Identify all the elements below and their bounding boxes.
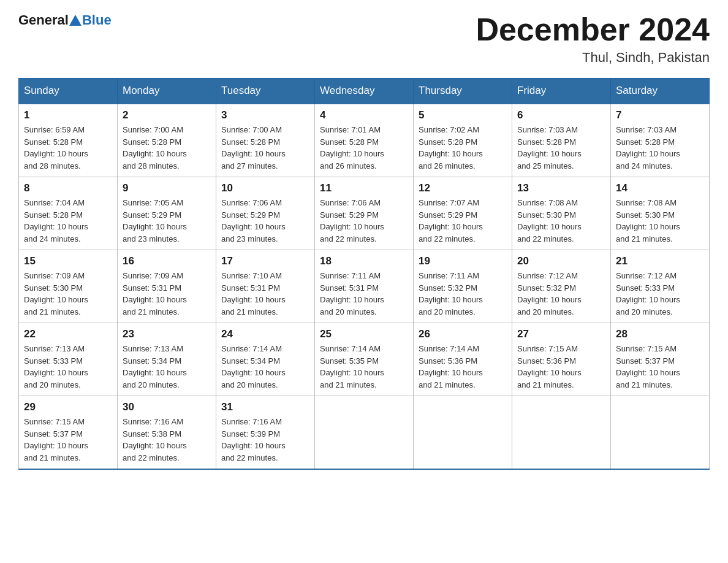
day-info: Sunrise: 7:16 AMSunset: 5:39 PMDaylight:… bbox=[221, 416, 309, 464]
table-row: 21 Sunrise: 7:12 AMSunset: 5:33 PMDaylig… bbox=[611, 250, 710, 323]
day-number: 13 bbox=[517, 182, 605, 194]
table-row: 16 Sunrise: 7:09 AMSunset: 5:31 PMDaylig… bbox=[118, 250, 216, 323]
col-monday: Monday bbox=[118, 79, 216, 104]
table-row: 15 Sunrise: 7:09 AMSunset: 5:30 PMDaylig… bbox=[19, 250, 118, 323]
col-tuesday: Tuesday bbox=[216, 79, 315, 104]
day-number: 6 bbox=[517, 109, 605, 121]
day-info: Sunrise: 7:11 AMSunset: 5:31 PMDaylight:… bbox=[320, 270, 408, 318]
day-info: Sunrise: 7:13 AMSunset: 5:33 PMDaylight:… bbox=[24, 343, 112, 391]
day-number: 11 bbox=[320, 182, 408, 194]
day-info: Sunrise: 7:09 AMSunset: 5:31 PMDaylight:… bbox=[123, 270, 211, 318]
day-info: Sunrise: 7:10 AMSunset: 5:31 PMDaylight:… bbox=[221, 270, 309, 318]
table-row: 30 Sunrise: 7:16 AMSunset: 5:38 PMDaylig… bbox=[118, 396, 216, 470]
day-info: Sunrise: 7:15 AMSunset: 5:36 PMDaylight:… bbox=[517, 343, 605, 391]
table-row: 9 Sunrise: 7:05 AMSunset: 5:29 PMDayligh… bbox=[118, 177, 216, 250]
day-number: 9 bbox=[123, 182, 211, 194]
table-row: 4 Sunrise: 7:01 AMSunset: 5:28 PMDayligh… bbox=[315, 104, 414, 177]
col-friday: Friday bbox=[512, 79, 611, 104]
day-number: 7 bbox=[616, 109, 704, 121]
day-number: 20 bbox=[517, 255, 605, 267]
day-info: Sunrise: 7:13 AMSunset: 5:34 PMDaylight:… bbox=[123, 343, 211, 391]
day-info: Sunrise: 7:03 AMSunset: 5:28 PMDaylight:… bbox=[616, 124, 704, 172]
day-info: Sunrise: 7:14 AMSunset: 5:35 PMDaylight:… bbox=[320, 343, 408, 391]
day-info: Sunrise: 7:09 AMSunset: 5:30 PMDaylight:… bbox=[24, 270, 112, 318]
day-info: Sunrise: 7:15 AMSunset: 5:37 PMDaylight:… bbox=[24, 416, 112, 464]
day-number: 12 bbox=[419, 182, 507, 194]
day-number: 19 bbox=[419, 255, 507, 267]
day-number: 22 bbox=[24, 328, 112, 340]
table-row: 22 Sunrise: 7:13 AMSunset: 5:33 PMDaylig… bbox=[19, 323, 118, 396]
day-info: Sunrise: 7:04 AMSunset: 5:28 PMDaylight:… bbox=[24, 197, 112, 245]
day-number: 14 bbox=[616, 182, 704, 194]
day-info: Sunrise: 7:07 AMSunset: 5:29 PMDaylight:… bbox=[419, 197, 507, 245]
table-row: 19 Sunrise: 7:11 AMSunset: 5:32 PMDaylig… bbox=[414, 250, 512, 323]
day-number: 18 bbox=[320, 255, 408, 267]
table-row: 29 Sunrise: 7:15 AMSunset: 5:37 PMDaylig… bbox=[19, 396, 118, 470]
day-info: Sunrise: 7:14 AMSunset: 5:34 PMDaylight:… bbox=[221, 343, 309, 391]
table-row: 17 Sunrise: 7:10 AMSunset: 5:31 PMDaylig… bbox=[216, 250, 315, 323]
day-number: 10 bbox=[221, 182, 309, 194]
table-row bbox=[315, 396, 414, 470]
day-info: Sunrise: 7:01 AMSunset: 5:28 PMDaylight:… bbox=[320, 124, 408, 172]
table-row: 8 Sunrise: 7:04 AMSunset: 5:28 PMDayligh… bbox=[19, 177, 118, 250]
day-info: Sunrise: 7:00 AMSunset: 5:28 PMDaylight:… bbox=[221, 124, 309, 172]
table-row: 6 Sunrise: 7:03 AMSunset: 5:28 PMDayligh… bbox=[512, 104, 611, 177]
day-info: Sunrise: 7:08 AMSunset: 5:30 PMDaylight:… bbox=[616, 197, 704, 245]
day-info: Sunrise: 7:06 AMSunset: 5:29 PMDaylight:… bbox=[221, 197, 309, 245]
day-number: 1 bbox=[24, 109, 112, 121]
day-number: 26 bbox=[419, 328, 507, 340]
table-row: 5 Sunrise: 7:02 AMSunset: 5:28 PMDayligh… bbox=[414, 104, 512, 177]
table-row: 2 Sunrise: 7:00 AMSunset: 5:28 PMDayligh… bbox=[118, 104, 216, 177]
col-thursday: Thursday bbox=[414, 79, 512, 104]
col-saturday: Saturday bbox=[611, 79, 710, 104]
calendar-week-row: 22 Sunrise: 7:13 AMSunset: 5:33 PMDaylig… bbox=[19, 323, 710, 396]
table-row: 20 Sunrise: 7:12 AMSunset: 5:32 PMDaylig… bbox=[512, 250, 611, 323]
table-row: 31 Sunrise: 7:16 AMSunset: 5:39 PMDaylig… bbox=[216, 396, 315, 470]
month-title: December 2024 bbox=[476, 12, 710, 47]
title-block: December 2024 Thul, Sindh, Pakistan bbox=[476, 12, 710, 66]
page-header: General Blue December 2024 Thul, Sindh, … bbox=[18, 12, 710, 66]
table-row: 10 Sunrise: 7:06 AMSunset: 5:29 PMDaylig… bbox=[216, 177, 315, 250]
day-number: 2 bbox=[123, 109, 211, 121]
logo-triangle-icon bbox=[69, 15, 82, 26]
day-number: 24 bbox=[221, 328, 309, 340]
day-number: 17 bbox=[221, 255, 309, 267]
day-info: Sunrise: 7:02 AMSunset: 5:28 PMDaylight:… bbox=[419, 124, 507, 172]
day-number: 28 bbox=[616, 328, 704, 340]
calendar-week-row: 15 Sunrise: 7:09 AMSunset: 5:30 PMDaylig… bbox=[19, 250, 710, 323]
day-info: Sunrise: 7:08 AMSunset: 5:30 PMDaylight:… bbox=[517, 197, 605, 245]
table-row: 13 Sunrise: 7:08 AMSunset: 5:30 PMDaylig… bbox=[512, 177, 611, 250]
table-row: 3 Sunrise: 7:00 AMSunset: 5:28 PMDayligh… bbox=[216, 104, 315, 177]
day-number: 15 bbox=[24, 255, 112, 267]
day-info: Sunrise: 7:11 AMSunset: 5:32 PMDaylight:… bbox=[419, 270, 507, 318]
day-number: 31 bbox=[221, 401, 309, 413]
day-number: 25 bbox=[320, 328, 408, 340]
table-row: 26 Sunrise: 7:14 AMSunset: 5:36 PMDaylig… bbox=[414, 323, 512, 396]
day-info: Sunrise: 7:16 AMSunset: 5:38 PMDaylight:… bbox=[123, 416, 211, 464]
logo-general-text: General bbox=[18, 12, 69, 28]
logo: General Blue bbox=[18, 12, 112, 28]
day-info: Sunrise: 7:03 AMSunset: 5:28 PMDaylight:… bbox=[517, 124, 605, 172]
table-row bbox=[512, 396, 611, 470]
day-info: Sunrise: 7:05 AMSunset: 5:29 PMDaylight:… bbox=[123, 197, 211, 245]
day-number: 4 bbox=[320, 109, 408, 121]
day-info: Sunrise: 7:00 AMSunset: 5:28 PMDaylight:… bbox=[123, 124, 211, 172]
calendar-header-row: Sunday Monday Tuesday Wednesday Thursday… bbox=[19, 79, 710, 104]
day-number: 23 bbox=[123, 328, 211, 340]
calendar-week-row: 1 Sunrise: 6:59 AMSunset: 5:28 PMDayligh… bbox=[19, 104, 710, 177]
day-number: 3 bbox=[221, 109, 309, 121]
table-row: 18 Sunrise: 7:11 AMSunset: 5:31 PMDaylig… bbox=[315, 250, 414, 323]
location-text: Thul, Sindh, Pakistan bbox=[476, 50, 710, 66]
table-row: 14 Sunrise: 7:08 AMSunset: 5:30 PMDaylig… bbox=[611, 177, 710, 250]
day-info: Sunrise: 7:14 AMSunset: 5:36 PMDaylight:… bbox=[419, 343, 507, 391]
table-row bbox=[414, 396, 512, 470]
day-number: 29 bbox=[24, 401, 112, 413]
table-row: 7 Sunrise: 7:03 AMSunset: 5:28 PMDayligh… bbox=[611, 104, 710, 177]
day-number: 16 bbox=[123, 255, 211, 267]
table-row: 1 Sunrise: 6:59 AMSunset: 5:28 PMDayligh… bbox=[19, 104, 118, 177]
calendar-week-row: 8 Sunrise: 7:04 AMSunset: 5:28 PMDayligh… bbox=[19, 177, 710, 250]
day-info: Sunrise: 7:12 AMSunset: 5:32 PMDaylight:… bbox=[517, 270, 605, 318]
day-number: 5 bbox=[419, 109, 507, 121]
logo-blue-text: Blue bbox=[82, 12, 112, 28]
table-row: 12 Sunrise: 7:07 AMSunset: 5:29 PMDaylig… bbox=[414, 177, 512, 250]
